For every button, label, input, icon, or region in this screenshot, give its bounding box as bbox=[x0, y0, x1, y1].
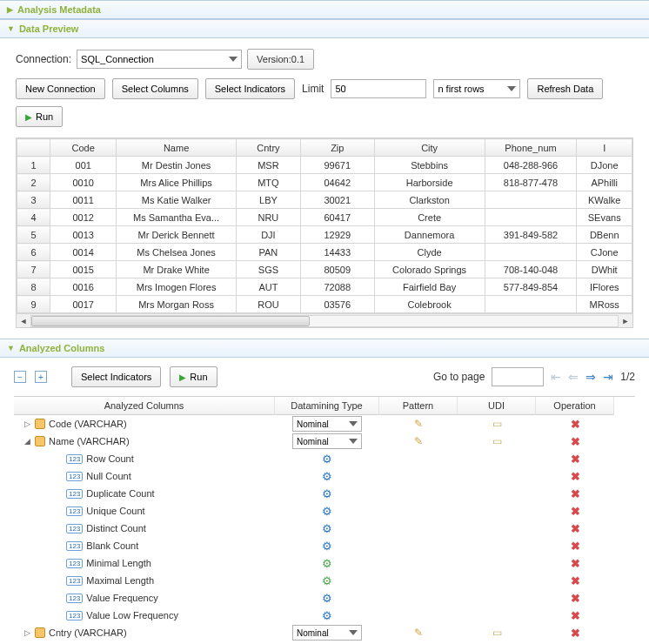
tree-column-header[interactable]: UDI bbox=[458, 397, 536, 415]
gear-icon[interactable]: ⚙ bbox=[322, 557, 332, 570]
table-row[interactable]: 20010Mrs Alice PhillipsMTQ04642Harborsid… bbox=[17, 174, 632, 191]
datamining-type-select[interactable]: Nominal bbox=[292, 416, 362, 432]
ac-select-indicators-button[interactable]: Select Indicators bbox=[71, 366, 161, 387]
table-row[interactable]: 30011Ms Katie WalkerLBY30021ClarkstonKWa… bbox=[17, 191, 632, 209]
gear-icon[interactable]: ⚙ bbox=[322, 470, 332, 483]
scroll-right-icon[interactable]: ► bbox=[619, 317, 632, 325]
column-header[interactable]: City bbox=[374, 139, 485, 157]
goto-page-input[interactable] bbox=[492, 367, 544, 386]
delete-icon[interactable]: ✖ bbox=[571, 435, 580, 448]
delete-icon[interactable]: ✖ bbox=[571, 609, 580, 622]
column-header[interactable]: I bbox=[577, 139, 632, 157]
pattern-icon[interactable]: ✎ bbox=[414, 435, 423, 447]
delete-icon[interactable]: ✖ bbox=[571, 453, 580, 466]
connection-select[interactable]: SQL_Connection bbox=[77, 50, 242, 69]
indicator-row[interactable]: 123 Unique Count⚙✖ bbox=[14, 502, 635, 520]
tree-column-header[interactable]: Analyzed Columns bbox=[14, 397, 275, 415]
select-columns-button[interactable]: Select Columns bbox=[112, 78, 198, 99]
section-analyzed-columns[interactable]: ▼ Analyzed Columns bbox=[0, 339, 649, 358]
expand-caret-icon[interactable]: ▷ bbox=[23, 628, 31, 637]
section-title: Analyzed Columns bbox=[19, 343, 104, 353]
gear-icon[interactable]: ⚙ bbox=[322, 522, 332, 535]
column-header[interactable]: Zip bbox=[300, 139, 374, 157]
cell: 14433 bbox=[300, 244, 374, 261]
delete-icon[interactable]: ✖ bbox=[571, 574, 580, 587]
gear-icon[interactable]: ⚙ bbox=[322, 609, 332, 622]
last-page-icon[interactable]: ⇥ bbox=[603, 370, 613, 384]
indicator-row[interactable]: 123 Value Frequency⚙✖ bbox=[14, 589, 635, 607]
indicator-row[interactable]: 123 Value Low Frequency⚙✖ bbox=[14, 607, 635, 624]
delete-icon[interactable]: ✖ bbox=[571, 418, 580, 431]
indicator-row[interactable]: 123 Distinct Count⚙✖ bbox=[14, 520, 635, 537]
section-analysis-metadata[interactable]: ▶ Analysis Metadata bbox=[0, 0, 649, 19]
run-preview-button[interactable]: ▶Run bbox=[16, 106, 63, 127]
expand-all-button[interactable]: + bbox=[35, 371, 47, 383]
gear-icon[interactable]: ⚙ bbox=[322, 540, 332, 553]
gear-icon[interactable]: ⚙ bbox=[322, 505, 332, 518]
table-row[interactable]: 50013Mr Derick BennettDJI12929Dannemora3… bbox=[17, 226, 632, 244]
delete-icon[interactable]: ✖ bbox=[571, 592, 580, 605]
indicator-row[interactable]: 123 Maximal Length⚙✖ bbox=[14, 572, 635, 589]
horizontal-scrollbar[interactable]: ◄ ► bbox=[17, 313, 632, 327]
delete-icon[interactable]: ✖ bbox=[571, 627, 580, 640]
first-page-icon[interactable]: ⇤ bbox=[551, 370, 561, 384]
tree-column-header[interactable]: Datamining Type bbox=[275, 397, 379, 415]
delete-icon[interactable]: ✖ bbox=[571, 540, 580, 553]
prev-page-icon[interactable]: ⇐ bbox=[568, 370, 579, 384]
cell: DJI bbox=[236, 226, 300, 244]
cell bbox=[485, 244, 577, 261]
delete-icon[interactable]: ✖ bbox=[571, 505, 580, 518]
next-page-icon[interactable]: ⇒ bbox=[585, 370, 596, 384]
delete-icon[interactable]: ✖ bbox=[571, 487, 580, 500]
new-connection-button[interactable]: New Connection bbox=[16, 78, 105, 99]
indicator-row[interactable]: 123 Minimal Length⚙✖ bbox=[14, 554, 635, 572]
row-mode-select[interactable]: n first rows bbox=[433, 79, 520, 98]
table-row[interactable]: 90017Mrs Morgan RossROU03576ColebrookMRo… bbox=[17, 296, 632, 313]
collapse-all-button[interactable]: − bbox=[14, 371, 26, 383]
select-indicators-button[interactable]: Select Indicators bbox=[205, 78, 295, 99]
table-row[interactable]: 70015Mr Drake WhiteSGS80509Colorado Spri… bbox=[17, 261, 632, 278]
analyzed-column-row[interactable]: ◢ Name (VARCHAR)Nominal✎▭✖ bbox=[14, 433, 635, 450]
delete-icon[interactable]: ✖ bbox=[571, 470, 580, 483]
gear-icon[interactable]: ⚙ bbox=[322, 574, 332, 587]
gear-icon[interactable]: ⚙ bbox=[322, 453, 332, 466]
table-row[interactable]: 80016Mrs Imogen FloresAUT72088Fairfield … bbox=[17, 278, 632, 296]
delete-icon[interactable]: ✖ bbox=[571, 557, 580, 570]
tree-column-header[interactable]: Pattern bbox=[379, 397, 458, 415]
column-header[interactable]: Cntry bbox=[236, 139, 300, 157]
udi-icon[interactable]: ▭ bbox=[492, 435, 502, 447]
expand-caret-icon[interactable]: ▷ bbox=[23, 419, 31, 428]
expand-caret-icon[interactable]: ◢ bbox=[23, 437, 31, 446]
analyzed-column-row[interactable]: ▷ Cntry (VARCHAR)Nominal✎▭✖ bbox=[14, 624, 635, 641]
tree-column-header[interactable]: Operation bbox=[536, 397, 614, 415]
chevron-down-icon: ▼ bbox=[7, 24, 15, 33]
udi-icon[interactable]: ▭ bbox=[492, 418, 502, 430]
column-header[interactable]: Phone_num bbox=[485, 139, 577, 157]
table-row[interactable]: 40012Ms Samantha Eva...NRU60417CreteSEva… bbox=[17, 209, 632, 226]
table-row[interactable]: 1001Mr Destin JonesMSR99671Stebbins048-2… bbox=[17, 157, 632, 174]
datamining-type-select[interactable]: Nominal bbox=[292, 625, 362, 641]
analyzed-column-row[interactable]: ▷ Code (VARCHAR)Nominal✎▭✖ bbox=[14, 415, 635, 433]
gear-icon[interactable]: ⚙ bbox=[322, 592, 332, 605]
indicator-row[interactable]: 123 Blank Count⚙✖ bbox=[14, 537, 635, 554]
indicator-row[interactable]: 123 Null Count⚙✖ bbox=[14, 467, 635, 485]
delete-icon[interactable]: ✖ bbox=[571, 522, 580, 535]
datamining-type-select[interactable]: Nominal bbox=[292, 433, 362, 449]
scroll-left-icon[interactable]: ◄ bbox=[17, 317, 30, 325]
gear-icon[interactable]: ⚙ bbox=[322, 487, 332, 500]
indicator-icon: 123 bbox=[66, 611, 83, 621]
column-header[interactable]: Name bbox=[117, 139, 237, 157]
pattern-icon[interactable]: ✎ bbox=[414, 627, 423, 639]
column-header[interactable]: Code bbox=[50, 139, 117, 157]
pattern-icon[interactable]: ✎ bbox=[414, 418, 423, 430]
ac-run-button[interactable]: ▶Run bbox=[170, 366, 217, 387]
table-row[interactable]: 60014Ms Chelsea JonesPAN14433ClydeCJone bbox=[17, 244, 632, 261]
cell: APhilli bbox=[577, 174, 632, 191]
indicator-row[interactable]: 123 Duplicate Count⚙✖ bbox=[14, 485, 635, 502]
refresh-data-button[interactable]: Refresh Data bbox=[527, 78, 603, 99]
indicator-row[interactable]: 123 Row Count⚙✖ bbox=[14, 450, 635, 467]
udi-icon[interactable]: ▭ bbox=[492, 627, 502, 639]
limit-input[interactable] bbox=[331, 79, 426, 98]
row-label: Null Count bbox=[86, 471, 130, 481]
section-data-preview[interactable]: ▼ Data Preview bbox=[0, 19, 649, 38]
